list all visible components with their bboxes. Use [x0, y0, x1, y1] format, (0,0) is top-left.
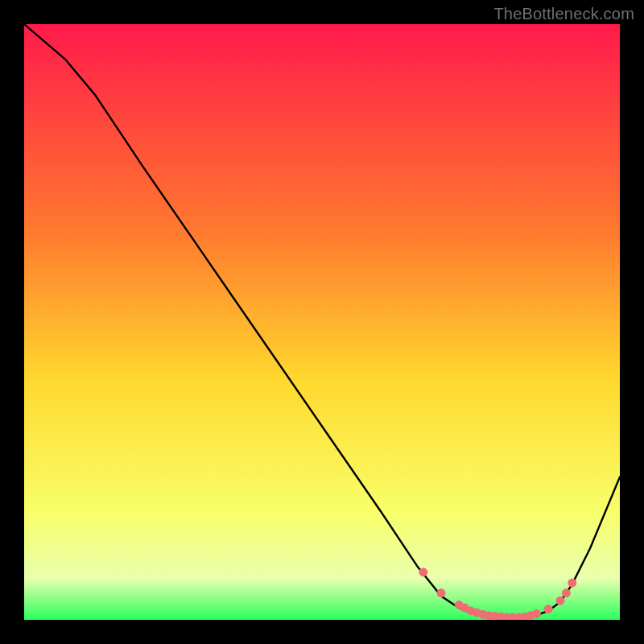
curve-marker: [437, 589, 445, 597]
attribution-text: TheBottleneck.com: [493, 5, 634, 23]
bottleneck-curve-chart: [24, 24, 620, 620]
curve-marker: [562, 589, 570, 597]
gradient-background: [24, 24, 620, 620]
curve-marker: [568, 579, 576, 587]
curve-marker: [556, 597, 564, 605]
curve-marker: [544, 605, 552, 613]
curve-marker: [532, 610, 540, 618]
curve-marker: [419, 568, 427, 576]
chart-stage: TheBottleneck.com: [0, 0, 644, 644]
